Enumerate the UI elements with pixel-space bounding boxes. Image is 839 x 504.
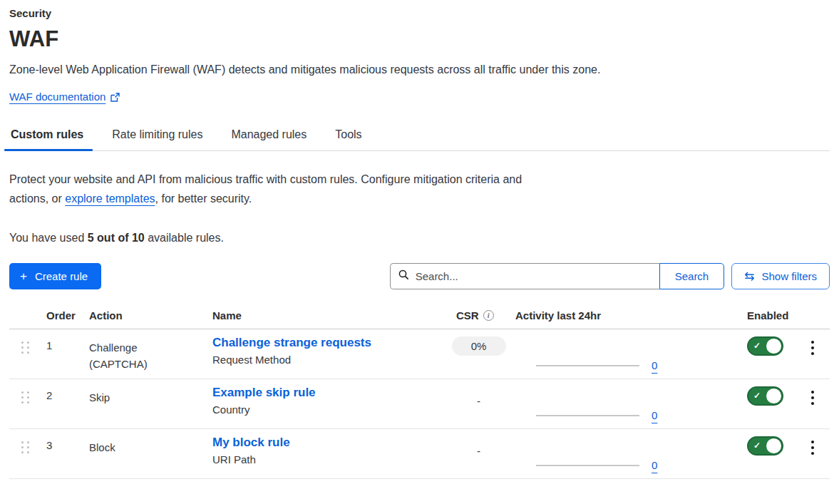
- rule-csr-cell: 0%: [442, 329, 515, 379]
- waf-documentation-link[interactable]: WAF documentation: [9, 91, 105, 103]
- table-row: 3 Block My block rule URI Path - 0 ✓: [9, 429, 830, 479]
- enabled-toggle[interactable]: ✓: [747, 436, 783, 456]
- swap-arrows-icon: ⇆: [744, 270, 754, 282]
- plus-icon: +: [20, 270, 27, 282]
- search-group: Search ⇆ Show filters: [390, 263, 830, 289]
- check-icon: ✓: [753, 341, 761, 351]
- csr-badge: 0%: [452, 336, 506, 356]
- activity-sparkline: [536, 415, 639, 416]
- tab-custom-rules[interactable]: Custom rules: [10, 123, 84, 150]
- usage-count: 5 out of 10: [88, 232, 145, 244]
- activity-sparkline: [536, 465, 639, 466]
- custom-rules-intro: Protect your website and API from malici…: [9, 170, 538, 208]
- custom-rules-table: Order Action Name CSR i Activity last 24…: [9, 305, 830, 479]
- rule-csr-cell: -: [442, 379, 515, 428]
- page-title: WAF: [9, 26, 830, 52]
- drag-handle[interactable]: [9, 329, 46, 379]
- search-input[interactable]: [416, 270, 652, 282]
- rule-action: Skip: [89, 379, 212, 428]
- toggle-knob: [766, 339, 781, 354]
- rules-toolbar: + Create rule Search ⇆ Show filters: [9, 263, 830, 289]
- rule-enabled-cell: ✓: [747, 429, 801, 478]
- kebab-menu-icon[interactable]: [807, 339, 818, 356]
- rule-activity-cell: 0: [515, 429, 747, 478]
- activity-count-link[interactable]: 0: [652, 459, 657, 471]
- header-order: Order: [46, 309, 89, 322]
- enabled-toggle[interactable]: ✓: [747, 336, 783, 356]
- external-link-icon: [110, 92, 120, 101]
- tab-bar: Custom rules Rate limiting rules Managed…: [9, 123, 830, 151]
- rule-order: 1: [46, 329, 89, 379]
- search-box: [390, 263, 659, 289]
- kebab-menu-icon[interactable]: [807, 389, 818, 406]
- show-filters-label: Show filters: [761, 270, 817, 282]
- toggle-knob: [766, 389, 781, 403]
- rule-name-cell: Challenge strange requests Request Metho…: [212, 329, 442, 379]
- rule-name-cell: Example skip rule Country: [212, 379, 442, 428]
- rule-action: Challenge (CAPTCHA): [89, 329, 212, 379]
- rules-usage-line: You have used 5 out of 10 available rule…: [9, 232, 830, 245]
- doc-link-row: WAF documentation: [9, 91, 830, 103]
- rule-name-link[interactable]: My block rule: [212, 436, 290, 450]
- drag-dots-icon: [21, 391, 29, 403]
- create-rule-label: Create rule: [35, 270, 88, 282]
- table-row: 1 Challenge (CAPTCHA) Challenge strange …: [9, 329, 830, 379]
- header-name: Name: [212, 309, 442, 322]
- rule-field: Country: [212, 403, 442, 416]
- rule-menu-cell: [801, 379, 830, 428]
- rule-enabled-cell: ✓: [747, 329, 801, 379]
- rule-field: URI Path: [212, 453, 442, 466]
- header-csr-label: CSR: [456, 309, 479, 322]
- activity-sparkline: [536, 365, 639, 366]
- rule-action: Block: [89, 429, 212, 478]
- rule-name-link[interactable]: Challenge strange requests: [212, 336, 371, 350]
- table-header: Order Action Name CSR i Activity last 24…: [9, 305, 830, 329]
- tab-rate-limiting-rules[interactable]: Rate limiting rules: [111, 123, 203, 150]
- header-csr: CSR i: [442, 309, 515, 322]
- search-button[interactable]: Search: [659, 263, 725, 289]
- create-rule-button[interactable]: + Create rule: [9, 263, 101, 289]
- usage-suffix: available rules.: [145, 232, 224, 244]
- rule-name-link[interactable]: Example skip rule: [212, 386, 316, 400]
- rule-enabled-cell: ✓: [747, 379, 801, 428]
- check-icon: ✓: [753, 441, 761, 451]
- header-enabled: Enabled: [747, 309, 801, 322]
- rule-menu-cell: [801, 429, 830, 478]
- drag-dots-icon: [21, 441, 29, 453]
- activity-count-link[interactable]: 0: [652, 409, 657, 421]
- rule-order: 2: [46, 379, 89, 428]
- rule-menu-cell: [801, 329, 830, 379]
- page-description: Zone-level Web Application Firewall (WAF…: [9, 63, 830, 76]
- activity-count-link[interactable]: 0: [652, 359, 657, 371]
- drag-handle[interactable]: [9, 429, 46, 478]
- header-action: Action: [89, 309, 212, 322]
- header-activity: Activity last 24hr: [515, 309, 747, 322]
- table-row: 2 Skip Example skip rule Country - 0 ✓: [9, 379, 830, 429]
- tab-tools[interactable]: Tools: [334, 123, 362, 150]
- check-icon: ✓: [753, 391, 761, 401]
- tab-managed-rules[interactable]: Managed rules: [230, 123, 307, 150]
- info-icon[interactable]: i: [483, 310, 494, 321]
- toggle-knob: [766, 438, 781, 453]
- usage-prefix: You have used: [9, 232, 88, 244]
- rule-field: Request Method: [212, 354, 442, 366]
- enabled-toggle[interactable]: ✓: [747, 386, 783, 406]
- explore-templates-link[interactable]: explore templates: [65, 192, 155, 205]
- show-filters-button[interactable]: ⇆ Show filters: [731, 263, 830, 289]
- search-icon: [398, 269, 409, 283]
- rule-name-cell: My block rule URI Path: [212, 429, 442, 478]
- rule-activity-cell: 0: [515, 379, 747, 428]
- csr-value: -: [477, 445, 480, 457]
- rule-activity-cell: 0: [515, 329, 747, 379]
- breadcrumb-security: Security: [9, 7, 830, 19]
- kebab-menu-icon[interactable]: [807, 439, 818, 456]
- rule-csr-cell: -: [442, 429, 515, 478]
- intro-text-after: , for better security.: [155, 192, 252, 205]
- rule-order: 3: [46, 429, 89, 478]
- csr-value: -: [477, 395, 480, 407]
- drag-dots-icon: [21, 341, 29, 354]
- drag-handle[interactable]: [9, 379, 46, 428]
